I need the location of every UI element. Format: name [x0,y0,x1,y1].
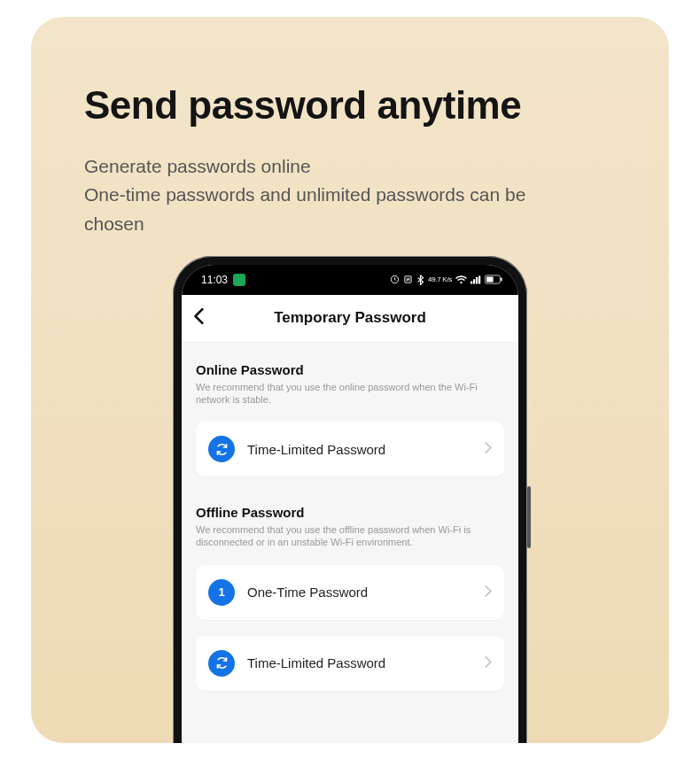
section-desc-offline: We recommend that you use the offline pa… [196,523,504,549]
status-bar: 11:03 49.7 K/s [182,265,518,295]
nfc-icon [403,275,413,284]
row-time-limited-offline[interactable]: Time-Limited Password [196,636,504,691]
chevron-left-icon [194,308,205,324]
svg-rect-5 [478,275,480,283]
svg-rect-2 [471,281,472,283]
battery-icon [485,275,502,284]
row-one-time[interactable]: 1 One-Time Password [196,565,504,620]
promo-card: Send password anytime Generate passwords… [31,17,669,743]
bluetooth-icon [416,275,424,285]
sync-icon [208,436,235,462]
row-time-limited-online[interactable]: Time-Limited Password [196,422,504,476]
svg-rect-3 [473,279,475,283]
signal-icon [471,275,481,284]
svg-rect-8 [501,278,502,282]
row-label: One-Time Password [247,585,472,600]
svg-rect-7 [486,276,494,282]
status-time: 11:03 [201,274,228,286]
row-label: Time-Limited Password [247,655,472,670]
page-subtitle: Generate passwords onlineOne-time passwo… [84,152,580,239]
chevron-right-icon [485,441,492,457]
svg-rect-4 [476,277,478,284]
app-indicator-icon [233,274,245,286]
number-one-icon: 1 [208,579,235,606]
page-title: Send password anytime [84,83,616,128]
app-bar: Temporary Password [182,295,518,343]
wifi-icon [455,275,467,284]
back-button[interactable] [194,306,205,329]
appbar-title: Temporary Password [182,309,518,327]
clock-icon [390,275,400,284]
network-speed: 49.7 K/s [428,276,452,283]
chevron-right-icon [485,655,492,671]
section-heading-offline: Offline Password [196,505,504,520]
phone-mockup: 11:03 49.7 K/s [173,256,527,743]
section-heading-online: Online Password [196,362,504,377]
row-label: Time-Limited Password [247,442,472,457]
sync-icon [208,650,235,677]
chevron-right-icon [485,585,492,600]
section-desc-online: We recommend that you use the online pas… [196,381,504,407]
